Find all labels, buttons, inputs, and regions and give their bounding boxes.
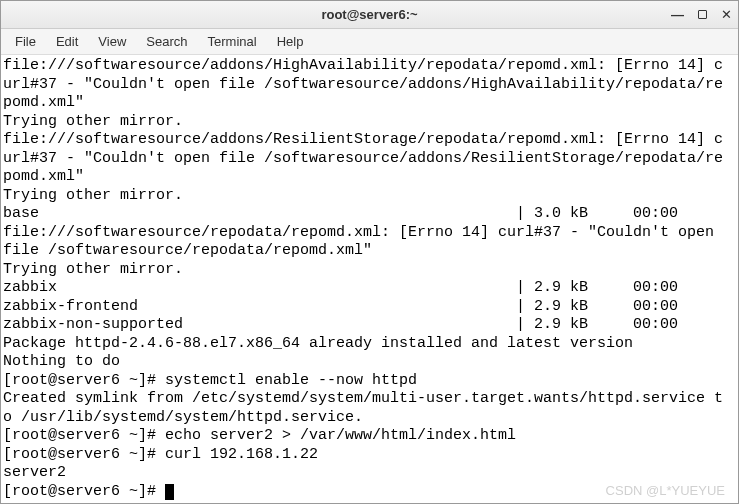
- menu-terminal[interactable]: Terminal: [200, 31, 265, 52]
- menu-edit[interactable]: Edit: [48, 31, 86, 52]
- menu-help[interactable]: Help: [269, 31, 312, 52]
- menu-file[interactable]: File: [7, 31, 44, 52]
- window-title: root@server6:~: [321, 7, 417, 22]
- window-controls: — ✕: [671, 7, 732, 22]
- close-icon[interactable]: ✕: [721, 7, 732, 22]
- minimize-icon[interactable]: —: [671, 7, 684, 22]
- menu-search[interactable]: Search: [138, 31, 195, 52]
- menu-view[interactable]: View: [90, 31, 134, 52]
- maximize-icon[interactable]: [698, 10, 707, 19]
- titlebar: root@server6:~ — ✕: [1, 1, 738, 29]
- terminal-output[interactable]: file:///softwaresource/addons/HighAvaila…: [1, 55, 738, 503]
- menubar: File Edit View Search Terminal Help: [1, 29, 738, 55]
